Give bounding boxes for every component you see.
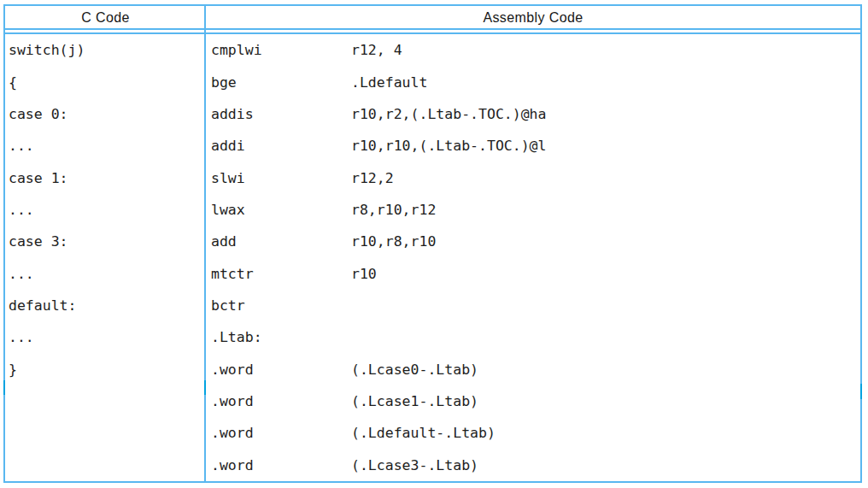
table-row: ... .Ltab: [5,321,860,353]
asm-mnemonic-cell: bctr [206,297,351,314]
stitch-notch-right [860,384,862,399]
c-code-cell: case 3: [5,233,206,250]
table-row: case 1: slwi r12,2 [5,162,860,193]
asm-mnemonic-cell: .word [206,425,351,441]
table-row: ... addi r10,r10,(.Ltab-.TOC.)@l [5,130,860,162]
asm-operands-cell: (.Ldefault-.Ltab) [351,425,860,441]
table-row: case 0: addis r10,r2,(.Ltab-.TOC.)@ha [5,98,860,130]
asm-operands-cell: (.Lcase0-.Ltab) [351,362,860,378]
c-code-cell: ... [5,138,206,154]
c-code-cell: ... [5,202,206,218]
table-row: ... mtctr r10 [5,258,860,290]
asm-mnemonic-cell: .word [206,393,351,409]
table-row: } .word (.Lcase0-.Ltab) [5,354,860,385]
c-code-cell: ... [5,329,206,345]
asm-operands-cell: (.Lcase3-.Ltab) [351,457,860,473]
asm-mnemonic-cell: mtctr [206,266,351,282]
table-row: .word (.Ldefault-.Ltab) [5,417,860,449]
column-divider [204,6,206,481]
c-code-cell: case 1: [5,170,206,186]
asm-operands-cell: r12, 4 [351,42,860,58]
page-canvas: C Code Assembly Code switch(j) cmplwi r1… [0,0,868,488]
table-row: case 3: add r10,r8,r10 [5,226,860,257]
asm-operands-cell: r8,r10,r12 [351,202,860,218]
table-row: ... lwax r8,r10,r12 [5,194,860,226]
header-assembly-code: Assembly Code [206,6,860,28]
asm-operands-cell: r10,r10,(.Ltab-.TOC.)@l [351,138,860,154]
table-row: { bge .Ldefault [5,66,860,97]
c-code-cell: { [5,74,206,91]
asm-operands-cell: .Ldefault [351,74,860,91]
asm-mnemonic-cell: lwax [206,202,351,218]
asm-mnemonic-cell: slwi [206,170,351,186]
asm-mnemonic-cell: addis [206,106,351,122]
asm-mnemonic-cell: addi [206,138,351,154]
table-row: default: bctr [5,290,860,321]
asm-mnemonic-cell: bge [206,74,351,91]
asm-operands-cell: r10,r2,(.Ltab-.TOC.)@ha [351,106,860,122]
table-header-row: C Code Assembly Code [5,6,860,28]
asm-operands-cell: (.Lcase1-.Ltab) [351,393,860,409]
asm-mnemonic-cell: .word [206,457,351,473]
table-body: switch(j) cmplwi r12, 4 { bge .Ldefault … [5,34,860,481]
stitch-notch-left [3,380,5,395]
asm-mnemonic-cell: .word [206,362,351,378]
asm-operands-cell: r10 [351,266,860,282]
c-code-cell: switch(j) [5,42,206,58]
asm-operands-cell: r12,2 [351,170,860,186]
c-code-cell: default: [5,297,206,314]
table-row: switch(j) cmplwi r12, 4 [5,34,860,66]
asm-operands-cell: r10,r8,r10 [351,233,860,250]
table-row: .word (.Lcase1-.Ltab) [5,385,860,417]
c-code-cell: case 0: [5,106,206,122]
asm-mnemonic-cell: .Ltab: [206,329,351,345]
code-comparison-table: C Code Assembly Code switch(j) cmplwi r1… [3,4,862,483]
header-c-code: C Code [5,6,206,28]
c-code-cell: ... [5,266,206,282]
asm-mnemonic-cell: add [206,233,351,250]
asm-mnemonic-cell: cmplwi [206,42,351,58]
stitch-notch-middle [204,380,206,395]
table-row: .word (.Lcase3-.Ltab) [5,450,860,481]
c-code-cell: } [5,362,206,378]
